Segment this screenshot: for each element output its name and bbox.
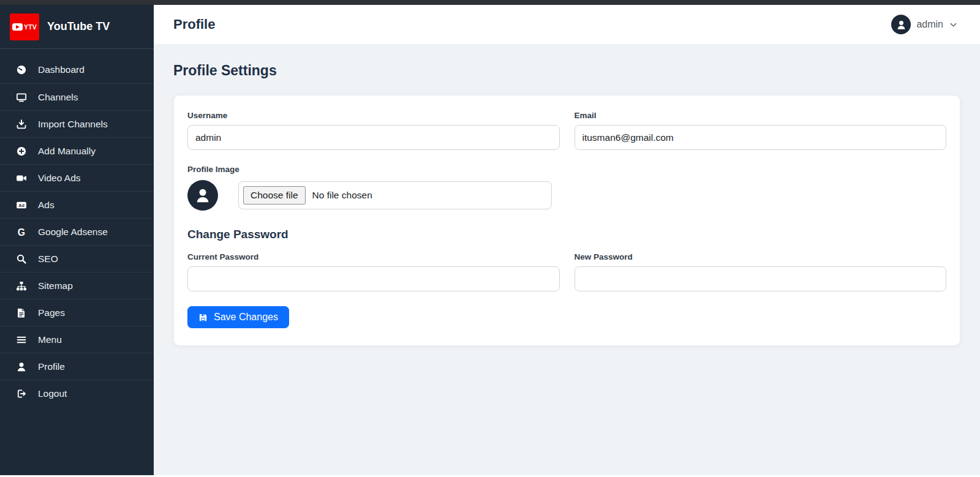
new-password-label: New Password <box>575 252 947 261</box>
settings-heading: Profile Settings <box>173 62 960 79</box>
new-password-field-group: New Password <box>575 252 947 291</box>
sidebar-item-logout[interactable]: Logout <box>0 380 154 407</box>
brand-name: YouTube TV <box>47 20 110 33</box>
sidebar-item-seo[interactable]: SEO <box>0 245 154 272</box>
email-input[interactable] <box>575 125 947 150</box>
file-status-text: No file chosen <box>312 190 372 201</box>
brand-badge-text: YTV <box>24 23 37 31</box>
save-icon <box>198 313 208 322</box>
sidebar-item-menu[interactable]: Menu <box>0 326 154 353</box>
sidebar-item-label: Menu <box>38 334 62 345</box>
email-label: Email <box>575 111 947 120</box>
sidebar-nav: Dashboard Channels Import Channels Add M… <box>0 49 154 407</box>
email-field-group: Email <box>575 111 947 150</box>
sidebar-item-label: Add Manually <box>38 146 96 157</box>
person-icon <box>194 186 212 205</box>
sidebar-item-label: Profile <box>38 361 65 372</box>
sidebar: YTV YouTube TV Dashboard Channels Import… <box>0 5 154 475</box>
bars-icon <box>15 334 28 345</box>
profile-image-group: Profile Image Choose file No file chosen <box>187 165 946 211</box>
logout-icon <box>15 388 28 399</box>
gauge-icon <box>15 64 28 75</box>
brand[interactable]: YTV YouTube TV <box>0 5 154 49</box>
username-field-group: Username <box>187 111 560 150</box>
content-area: Profile Settings Username Email Profile … <box>154 44 980 475</box>
user-menu[interactable]: admin <box>891 15 958 34</box>
monitor-icon <box>15 92 28 103</box>
chevron-down-icon <box>949 20 958 29</box>
video-camera-icon <box>15 173 28 184</box>
sitemap-icon <box>15 280 28 291</box>
current-password-input[interactable] <box>187 266 560 291</box>
window-top-strip <box>0 0 980 5</box>
save-changes-button[interactable]: Save Changes <box>187 306 289 328</box>
user-name: admin <box>916 19 943 30</box>
sidebar-item-label: Sitemap <box>38 280 73 291</box>
download-icon <box>15 119 28 130</box>
save-button-label: Save Changes <box>214 312 278 323</box>
topbar: Profile admin <box>154 5 980 44</box>
sidebar-item-label: Video Ads <box>38 173 81 184</box>
brand-logo-badge: YTV <box>10 13 39 40</box>
profile-image-label: Profile Image <box>187 165 946 174</box>
sidebar-item-label: Google Adsense <box>38 227 108 238</box>
sidebar-item-ads[interactable]: Ads <box>0 191 154 218</box>
plus-circle-icon <box>15 146 28 157</box>
choose-file-button[interactable]: Choose file <box>243 186 306 205</box>
new-password-input[interactable] <box>575 266 947 291</box>
sidebar-item-sitemap[interactable]: Sitemap <box>0 272 154 299</box>
sidebar-item-label: Channels <box>38 92 78 103</box>
sidebar-item-google-adsense[interactable]: Google Adsense <box>0 218 154 245</box>
current-password-label: Current Password <box>187 252 560 261</box>
google-g-icon <box>15 227 28 238</box>
sidebar-item-label: Ads <box>38 200 55 211</box>
search-icon <box>15 254 28 265</box>
user-avatar <box>891 15 911 34</box>
sidebar-item-profile[interactable]: Profile <box>0 353 154 380</box>
sidebar-item-dashboard[interactable]: Dashboard <box>0 56 154 83</box>
user-icon <box>15 361 28 372</box>
sidebar-item-pages[interactable]: Pages <box>0 299 154 326</box>
sidebar-item-video-ads[interactable]: Video Ads <box>0 164 154 191</box>
username-input[interactable] <box>187 125 560 150</box>
current-password-field-group: Current Password <box>187 252 560 291</box>
sidebar-item-label: SEO <box>38 254 58 265</box>
sidebar-item-label: Pages <box>38 307 65 318</box>
profile-image-file-input[interactable]: Choose file No file chosen <box>238 181 552 209</box>
sidebar-item-label: Logout <box>38 388 67 399</box>
profile-settings-card: Username Email Profile Image <box>173 95 960 346</box>
profile-image-avatar <box>187 180 218 211</box>
change-password-heading: Change Password <box>187 228 946 241</box>
file-icon <box>15 307 28 318</box>
person-icon <box>895 19 907 31</box>
sidebar-item-channels[interactable]: Channels <box>0 83 154 110</box>
username-label: Username <box>187 111 560 120</box>
sidebar-item-add-manually[interactable]: Add Manually <box>0 137 154 164</box>
sidebar-item-label: Import Channels <box>38 119 108 130</box>
main-column: Profile admin Profile Settings Username <box>154 5 980 475</box>
sidebar-item-import-channels[interactable]: Import Channels <box>0 110 154 137</box>
app-root: YTV YouTube TV Dashboard Channels Import… <box>0 5 980 475</box>
sidebar-item-label: Dashboard <box>38 64 85 75</box>
page-title: Profile <box>173 17 215 32</box>
ad-badge-icon <box>15 200 28 211</box>
youtube-play-icon <box>12 23 23 31</box>
